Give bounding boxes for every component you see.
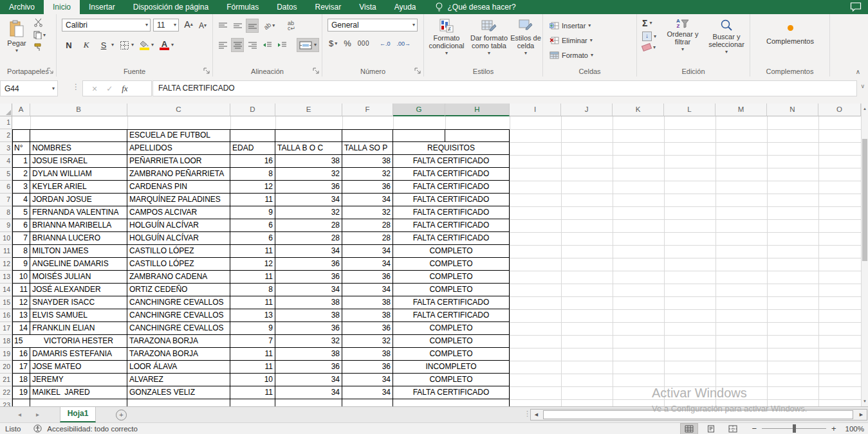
- ribbon-tab-f-rmulas[interactable]: Fórmulas: [217, 0, 268, 14]
- cell-F6[interactable]: 36: [342, 181, 393, 194]
- cell-G10[interactable]: FALTA CERTIFICADO: [393, 232, 510, 245]
- cell-G15[interactable]: FALTA CERTIFICADO: [393, 296, 510, 309]
- column-header-F[interactable]: F: [342, 104, 393, 116]
- cell-B16[interactable]: ELVIS SAMUEL: [30, 309, 127, 322]
- row-header-13[interactable]: 13: [0, 271, 12, 284]
- cell-E7[interactable]: 34: [275, 194, 342, 206]
- cell-G5[interactable]: FALTA CERTIFICADO: [393, 168, 510, 181]
- cell-B17[interactable]: FRANKLIN ELIAN: [30, 322, 127, 335]
- cell-C14[interactable]: ORTIZ CEDEÑO: [127, 284, 230, 296]
- cell-A6[interactable]: 3: [12, 181, 30, 194]
- align-bottom-button[interactable]: [246, 19, 258, 32]
- row-header-8[interactable]: 8: [0, 206, 12, 219]
- cell-E5[interactable]: 32: [275, 168, 342, 181]
- next-sheet-icon[interactable]: ▸: [36, 411, 39, 418]
- cell-A22[interactable]: 19: [12, 386, 30, 399]
- cell-C2[interactable]: ESCUELA DE FUTBOL: [127, 129, 230, 142]
- increase-decimal-button[interactable]: ←.0: [380, 41, 391, 47]
- cell-G13[interactable]: COMPLETO: [393, 271, 510, 284]
- cell-C5[interactable]: ZAMBRANO PEÑARRIETA: [127, 168, 230, 181]
- align-top-button[interactable]: [217, 19, 228, 32]
- insert-cells-button[interactable]: Insertar ▾: [549, 19, 593, 32]
- page-break-view-button[interactable]: [725, 424, 741, 434]
- dialog-launcher-icon[interactable]: [47, 68, 54, 75]
- cell-D13[interactable]: 11: [230, 271, 275, 284]
- cell-F2[interactable]: [342, 129, 393, 142]
- decrease-font-button[interactable]: A▾: [197, 19, 208, 32]
- cell-D4[interactable]: 16: [230, 155, 275, 168]
- cell-D12[interactable]: 12: [230, 258, 275, 271]
- cell-A14[interactable]: 11: [12, 284, 30, 296]
- conditional-formatting-button[interactable]: ≠ Formato condicional ▾: [425, 15, 468, 56]
- cell-B2[interactable]: [30, 129, 127, 142]
- underline-button[interactable]: S: [98, 39, 109, 51]
- cell-B11[interactable]: MILTON JAMES: [30, 245, 127, 258]
- column-header-D[interactable]: D: [230, 104, 275, 116]
- cell-C23[interactable]: [127, 399, 230, 406]
- cell-G11[interactable]: COMPLETO: [393, 245, 510, 258]
- cell-G6[interactable]: FALTA CERTIFICADO: [393, 181, 510, 194]
- name-box[interactable]: G44 ▾: [0, 80, 58, 96]
- row-header-15[interactable]: 15: [0, 296, 12, 309]
- cell-B4[interactable]: JOSUE ISRAEL: [30, 155, 127, 168]
- cell-D22[interactable]: 11: [230, 386, 275, 399]
- cell-G19[interactable]: COMPLETO: [393, 348, 510, 361]
- cell-D10[interactable]: 6: [230, 232, 275, 245]
- horizontal-scrollbar-thumb[interactable]: [543, 410, 853, 419]
- row-header-22[interactable]: 22: [0, 386, 12, 399]
- cell-G14[interactable]: COMPLETO: [393, 284, 510, 296]
- cell-C8[interactable]: CAMPOS ALCIVAR: [127, 206, 230, 219]
- scroll-left-icon[interactable]: ◀: [531, 410, 542, 420]
- cell-F15[interactable]: 38: [342, 296, 393, 309]
- cell-E12[interactable]: 36: [275, 258, 342, 271]
- cell-B23[interactable]: [30, 399, 127, 406]
- format-as-table-button[interactable]: Dar formato como tabla ▾: [468, 15, 510, 56]
- align-right-button[interactable]: [246, 39, 258, 51]
- row-header-18[interactable]: 18: [0, 335, 12, 348]
- cell-E21[interactable]: 34: [275, 374, 342, 386]
- dialog-launcher-icon[interactable]: [313, 68, 320, 75]
- row-header-1[interactable]: 1: [0, 116, 12, 129]
- cell-A21[interactable]: 18: [12, 374, 30, 386]
- ribbon-tab-datos[interactable]: Datos: [268, 0, 306, 14]
- cell-B7[interactable]: JORDAN JOSUE: [30, 194, 127, 206]
- column-header-I[interactable]: I: [510, 104, 561, 116]
- cell-F18[interactable]: 32: [342, 335, 393, 348]
- cell-B20[interactable]: JOSE MATEO: [30, 361, 127, 374]
- cell-G16[interactable]: FALTA CERTIFICADO: [393, 309, 510, 322]
- italic-button[interactable]: K: [80, 39, 92, 51]
- cell-A3[interactable]: N°: [12, 142, 30, 155]
- row-header-14[interactable]: 14: [0, 284, 12, 296]
- cell-A7[interactable]: 4: [12, 194, 30, 206]
- new-sheet-button[interactable]: +: [116, 410, 127, 420]
- cell-F14[interactable]: 34: [342, 284, 393, 296]
- cell-F3[interactable]: TALLA SO P: [342, 142, 393, 155]
- row-header-12[interactable]: 12: [0, 258, 12, 271]
- cell-E13[interactable]: 36: [275, 271, 342, 284]
- cell-H2[interactable]: [445, 129, 510, 142]
- cell-B8[interactable]: FERNANDA VALENTINA: [30, 206, 127, 219]
- cell-F16[interactable]: 38: [342, 309, 393, 322]
- cell-E22[interactable]: 34: [275, 386, 342, 399]
- font-size-combo[interactable]: 11 ▾: [153, 19, 179, 32]
- cell-C12[interactable]: CASTILLO LÓPEZ: [127, 258, 230, 271]
- cell-D17[interactable]: 9: [230, 322, 275, 335]
- cell-E16[interactable]: 38: [275, 309, 342, 322]
- zoom-slider-thumb[interactable]: [793, 424, 796, 433]
- cell-F13[interactable]: 36: [342, 271, 393, 284]
- borders-button[interactable]: ▾: [120, 41, 134, 50]
- cell-D18[interactable]: 7: [230, 335, 275, 348]
- horizontal-scrollbar[interactable]: ◀ ▶: [530, 409, 867, 420]
- find-select-button[interactable]: Buscar y seleccionar ▾: [705, 15, 748, 55]
- addins-button[interactable]: Complementos: [758, 18, 822, 45]
- number-format-combo[interactable]: General ▾: [328, 19, 418, 32]
- insert-function-button[interactable]: fx: [122, 84, 127, 94]
- cell-C18[interactable]: TARAZONA BORJA: [127, 335, 230, 348]
- cell-G22[interactable]: FALTA CERTIFICADO: [393, 386, 510, 399]
- cell-C13[interactable]: ZAMBRANO CADENA: [127, 271, 230, 284]
- cell-E20[interactable]: 36: [275, 361, 342, 374]
- increase-indent-button[interactable]: [276, 39, 288, 51]
- cell-B13[interactable]: MOISÉS JULIAN: [30, 271, 127, 284]
- row-header-9[interactable]: 9: [0, 219, 12, 232]
- cell-C3[interactable]: APELLIDOS: [127, 142, 230, 155]
